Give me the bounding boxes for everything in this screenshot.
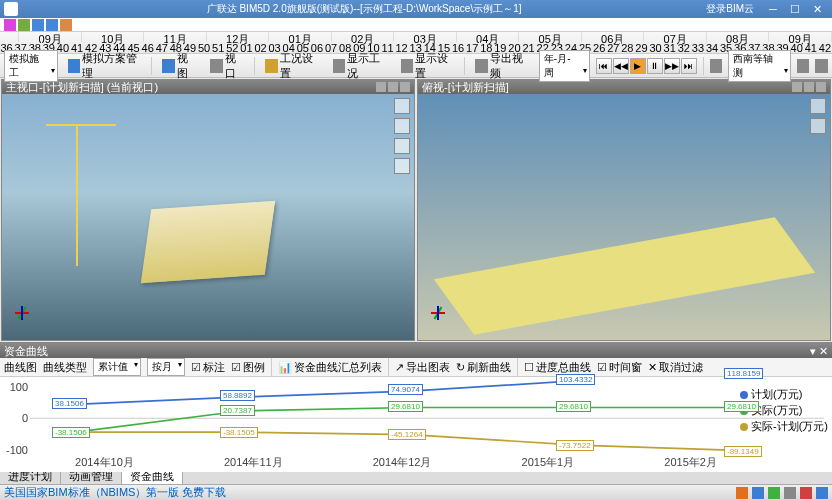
cancel-filter-button[interactable]: ✕ 取消过滤 bbox=[648, 360, 703, 375]
qa-icon-2[interactable] bbox=[18, 19, 30, 31]
main-viewport: 主视口-[计划新扫描] (当前视口) bbox=[1, 79, 415, 341]
orbit-icon[interactable] bbox=[394, 118, 410, 134]
qa-icon-4[interactable] bbox=[46, 19, 58, 31]
status-bar: 美国国家BIM标准（NBIMS）第一版 免费下载 bbox=[0, 484, 832, 500]
3d-view-top[interactable] bbox=[418, 94, 830, 340]
vp-close-icon[interactable] bbox=[816, 82, 826, 92]
sim-mode-select[interactable]: 模拟施工 bbox=[4, 50, 58, 82]
pan-icon[interactable] bbox=[394, 138, 410, 154]
vp-max-icon[interactable] bbox=[804, 82, 814, 92]
list-icon bbox=[333, 59, 345, 73]
export-chart-button[interactable]: ↗ 导出图表 bbox=[395, 360, 450, 375]
pause-button[interactable]: ⏸ bbox=[647, 58, 663, 74]
x-axis: 2014年10月2014年11月2014年12月2015年1月2015年2月 bbox=[30, 455, 762, 470]
progress-total-toggle[interactable]: ☐ 进度总曲线 bbox=[524, 360, 591, 375]
viewport-header: 主视口-[计划新扫描] (当前视口) bbox=[2, 80, 414, 94]
date-format-select[interactable]: 年-月-周 bbox=[539, 50, 590, 82]
next-button[interactable]: ▶▶ bbox=[664, 58, 680, 74]
chart-svg bbox=[30, 381, 824, 456]
vp-min-icon[interactable] bbox=[792, 82, 802, 92]
cloud-login[interactable]: 登录BIM云 bbox=[706, 2, 754, 16]
status-icon-2[interactable] bbox=[752, 487, 764, 499]
play-button[interactable]: ▶ bbox=[630, 58, 646, 74]
qa-icon-3[interactable] bbox=[32, 19, 44, 31]
vp-max-icon[interactable] bbox=[388, 82, 398, 92]
quick-access-bar bbox=[0, 18, 832, 32]
viewport-header: 俯视-[计划新扫描] bbox=[418, 80, 830, 94]
status-icon-3[interactable] bbox=[768, 487, 780, 499]
app-icon bbox=[4, 2, 18, 16]
refresh-button[interactable]: ↻ 刷新曲线 bbox=[456, 360, 511, 375]
window-title: 广联达 BIM5D 2.0旗舰版(测试版)--[示例工程-D:\WorkSpac… bbox=[22, 2, 706, 16]
period-select[interactable]: 按月 bbox=[147, 358, 185, 376]
playback-controls: ⏮ ◀◀ ▶ ⏸ ▶▶ ⏭ bbox=[596, 58, 697, 74]
building-model bbox=[141, 200, 275, 282]
time-window-toggle[interactable]: ☑ 时间窗 bbox=[597, 360, 642, 375]
orbit-icon[interactable] bbox=[810, 118, 826, 134]
curve-button[interactable]: 曲线图 bbox=[4, 360, 37, 375]
view-tools bbox=[394, 98, 410, 174]
window-icon bbox=[210, 59, 222, 73]
annotation-toggle[interactable]: ☑ 标注 bbox=[191, 360, 225, 375]
status-icon-6[interactable] bbox=[816, 487, 828, 499]
title-bar: 广联达 BIM5D 2.0旗舰版(测试版)--[示例工程-D:\WorkSpac… bbox=[0, 0, 832, 18]
status-icon-5[interactable] bbox=[800, 487, 812, 499]
axis-compass[interactable] bbox=[424, 306, 452, 334]
chart-header: 资金曲线 ▾ ✕ bbox=[0, 344, 832, 358]
home-icon[interactable] bbox=[394, 98, 410, 114]
lock-icon[interactable] bbox=[710, 59, 723, 73]
export-icon bbox=[475, 59, 487, 73]
maximize-icon[interactable]: ☐ bbox=[784, 2, 806, 16]
layers-icon[interactable] bbox=[815, 59, 828, 73]
floor-plan-model bbox=[433, 217, 814, 334]
crane-model bbox=[76, 124, 78, 267]
gear-icon bbox=[68, 59, 81, 73]
monitor-icon bbox=[162, 59, 174, 73]
vp-min-icon[interactable] bbox=[376, 82, 386, 92]
first-button[interactable]: ⏮ bbox=[596, 58, 612, 74]
y-axis: 1000-100 bbox=[0, 381, 28, 456]
last-button[interactable]: ⏭ bbox=[681, 58, 697, 74]
minimize-icon[interactable]: ─ bbox=[762, 2, 784, 16]
legend-toggle[interactable]: ☑ 图例 bbox=[231, 360, 265, 375]
camera-select[interactable]: 西南等轴测 bbox=[728, 50, 791, 82]
gear-icon bbox=[265, 59, 277, 73]
main-toolbar: 模拟施工 模拟方案管理 视图 视口 工况设置 显示工况 显示设置 导出视频 年-… bbox=[0, 54, 832, 78]
home-icon[interactable] bbox=[810, 98, 826, 114]
3d-view-main[interactable] bbox=[2, 94, 414, 340]
view-tools bbox=[810, 98, 826, 134]
cost-curve-chart[interactable]: 1000-100 2014年10月2014年11月2014年12月2015年1月… bbox=[0, 377, 832, 472]
timeline-months: 09月 10月 11月 12月 01月 02月 03月 04月 05月 06月 … bbox=[0, 32, 832, 42]
chart-toolbar: 曲线图 曲线类型 累计值 按月 ☑ 标注 ☑ 图例 📊 资金曲线汇总列表 ↗ 导… bbox=[0, 358, 832, 377]
axis-compass[interactable] bbox=[8, 306, 36, 334]
prev-button[interactable]: ◀◀ bbox=[613, 58, 629, 74]
eye-icon bbox=[401, 59, 413, 73]
close-icon[interactable]: ✕ bbox=[806, 2, 828, 16]
status-text[interactable]: 美国国家BIM标准（NBIMS）第一版 免费下载 bbox=[4, 485, 226, 500]
viewport-area: 主视口-[计划新扫描] (当前视口) 俯视-[计划新扫描] bbox=[0, 78, 832, 342]
grid-icon[interactable] bbox=[797, 59, 810, 73]
status-icon-1[interactable] bbox=[736, 487, 748, 499]
panel-pin-icon[interactable]: ▾ ✕ bbox=[810, 345, 828, 358]
status-icon-4[interactable] bbox=[784, 487, 796, 499]
summary-button[interactable]: 📊 资金曲线汇总列表 bbox=[278, 360, 382, 375]
zoom-icon[interactable] bbox=[394, 158, 410, 174]
chart-panel: 资金曲线 ▾ ✕ 曲线图 曲线类型 累计值 按月 ☑ 标注 ☑ 图例 📊 资金曲… bbox=[0, 342, 832, 468]
qa-icon-5[interactable] bbox=[60, 19, 72, 31]
secondary-viewport: 俯视-[计划新扫描] bbox=[417, 79, 831, 341]
qa-icon-1[interactable] bbox=[4, 19, 16, 31]
curve-type-select[interactable]: 累计值 bbox=[93, 358, 141, 376]
vp-close-icon[interactable] bbox=[400, 82, 410, 92]
